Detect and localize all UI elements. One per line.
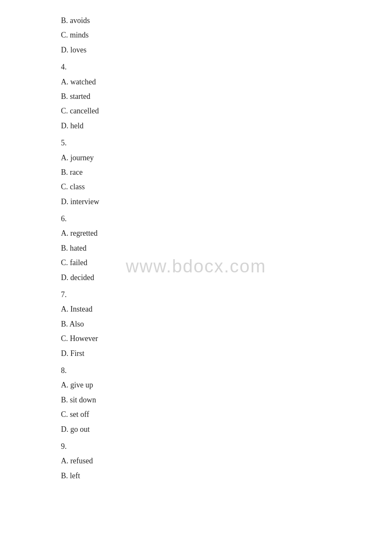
option-5d: D. interview	[61, 195, 331, 208]
option-5c: C. class	[61, 180, 331, 194]
option-3c: C. minds	[61, 28, 331, 42]
option-9b: B. left	[61, 469, 331, 483]
option-4c: C. cancelled	[61, 104, 331, 118]
option-7c: C. However	[61, 332, 331, 345]
option-4b: B. started	[61, 90, 331, 103]
option-8d: D. go out	[61, 422, 331, 436]
question-5-number: 5.	[61, 136, 331, 150]
option-7a: A. Instead	[61, 302, 331, 316]
main-content: B. avoids C. minds D. loves 4. A. watche…	[0, 0, 392, 496]
option-4d: D. held	[61, 119, 331, 133]
option-7b: B. Also	[61, 317, 331, 331]
option-6d: D. decided	[61, 271, 331, 284]
option-6b: B. hated	[61, 241, 331, 255]
option-4a: A. watched	[61, 75, 331, 89]
question-7-number: 7.	[61, 288, 331, 301]
option-3d: D. loves	[61, 43, 331, 57]
option-8a: A. give up	[61, 378, 331, 392]
option-8c: C. set off	[61, 408, 331, 421]
option-3b: B. avoids	[61, 14, 331, 27]
question-6-number: 6.	[61, 212, 331, 225]
option-6a: A. regretted	[61, 226, 331, 240]
question-9-number: 9.	[61, 439, 331, 453]
option-7d: D. First	[61, 347, 331, 360]
option-5b: B. race	[61, 165, 331, 179]
option-9a: A. refused	[61, 454, 331, 468]
option-5a: A. journey	[61, 151, 331, 165]
option-8b: B. sit down	[61, 393, 331, 407]
question-8-number: 8.	[61, 364, 331, 377]
option-6c: C. failed	[61, 256, 331, 269]
question-4-number: 4.	[61, 60, 331, 74]
